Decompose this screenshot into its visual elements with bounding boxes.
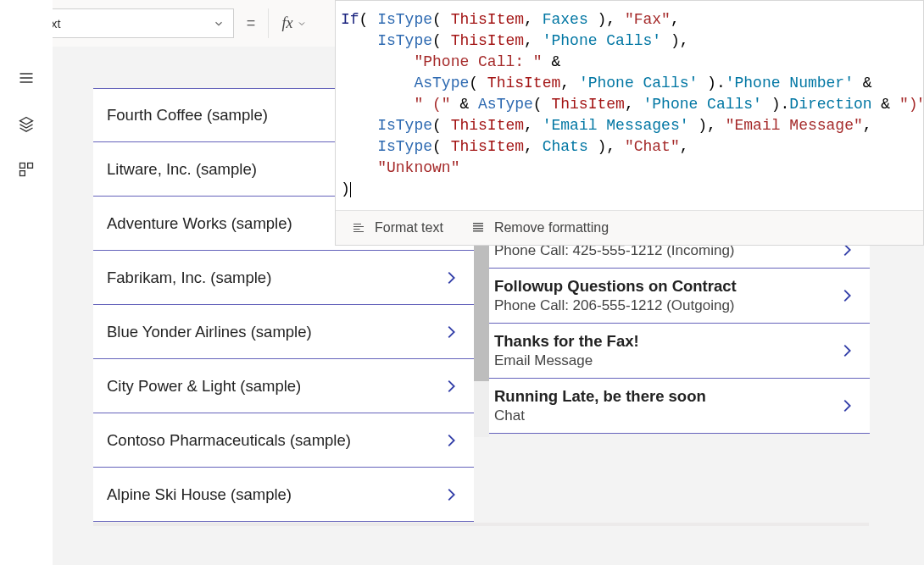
activity-item[interactable]: Running Late, be there soon Chat [489, 379, 870, 434]
components-button[interactable] [0, 151, 53, 188]
chevron-right-icon [442, 431, 460, 450]
left-sidebar [0, 0, 53, 565]
chevron-right-icon [442, 377, 460, 396]
justify-icon [470, 220, 486, 235]
gallery-item[interactable]: Fabrikam, Inc. (sample) [93, 251, 474, 305]
remove-formatting-label: Remove formatting [494, 220, 609, 235]
format-text-icon [351, 220, 366, 235]
gallery-item[interactable]: City Power & Light (sample) [93, 359, 474, 413]
hamburger-button[interactable] [0, 59, 53, 97]
property-dropdown-label: Text [38, 17, 213, 30]
format-text-button[interactable]: Format text [351, 220, 443, 235]
activity-subtitle: Phone Call: 206-555-1212 (Outgoing) [494, 297, 838, 314]
activity-title: Running Late, be there soon [494, 387, 838, 406]
hamburger-icon [18, 69, 35, 86]
fx-button[interactable]: fx [268, 8, 320, 38]
chevron-right-icon [838, 396, 856, 415]
format-text-label: Format text [375, 220, 443, 235]
activities-scrollbar-track [474, 241, 489, 437]
property-dropdown[interactable]: Text [29, 8, 234, 38]
activity-item[interactable]: Thanks for the Fax! Email Message [489, 324, 870, 379]
text-cursor [350, 182, 351, 197]
layers-button[interactable] [0, 105, 53, 142]
activity-item[interactable]: Followup Questions on Contract Phone Cal… [489, 269, 870, 324]
canvas-bottom-edge [93, 523, 869, 526]
chevron-right-icon [838, 341, 856, 360]
activity-subtitle: Chat [494, 407, 838, 424]
activity-subtitle: Email Message [494, 352, 838, 369]
gallery-item[interactable]: Blue Yonder Airlines (sample) [93, 305, 474, 359]
chevron-right-icon [442, 323, 460, 341]
chevron-right-icon [838, 286, 856, 305]
formula-bar-expanded: If( IsType( ThisItem, Faxes ), "Fax", Is… [335, 0, 924, 246]
activities-scrollbar-thumb[interactable] [474, 241, 489, 381]
account-label: Blue Yonder Airlines (sample) [107, 323, 442, 341]
svg-rect-1 [28, 163, 33, 169]
chevron-down-icon [297, 19, 307, 29]
formula-editor[interactable]: If( IsType( ThisItem, Faxes ), "Fax", Is… [336, 1, 923, 210]
account-label: Alpine Ski House (sample) [107, 485, 442, 504]
chevron-right-icon [442, 269, 460, 287]
activities-gallery: Phone Call: 425-555-1212 (Incoming) Foll… [489, 241, 870, 434]
account-label: Fabrikam, Inc. (sample) [107, 269, 442, 287]
account-label: City Power & Light (sample) [107, 377, 442, 396]
activity-title: Followup Questions on Contract [494, 277, 838, 296]
fx-icon: fx [282, 14, 293, 32]
svg-rect-2 [20, 171, 25, 176]
chevron-down-icon [213, 18, 225, 30]
chevron-right-icon [442, 485, 460, 504]
account-label: Contoso Pharmaceuticals (sample) [107, 431, 442, 450]
gallery-item[interactable]: Contoso Pharmaceuticals (sample) [93, 413, 474, 468]
gallery-item[interactable]: Alpine Ski House (sample) [93, 468, 474, 522]
remove-formatting-button[interactable]: Remove formatting [470, 220, 609, 235]
svg-rect-0 [20, 163, 25, 169]
activity-title: Thanks for the Fax! [494, 332, 838, 351]
grid-icon [18, 161, 35, 178]
layers-icon [18, 115, 35, 132]
equals-label: = [234, 14, 268, 32]
formula-toolbar: Format text Remove formatting [336, 210, 923, 245]
